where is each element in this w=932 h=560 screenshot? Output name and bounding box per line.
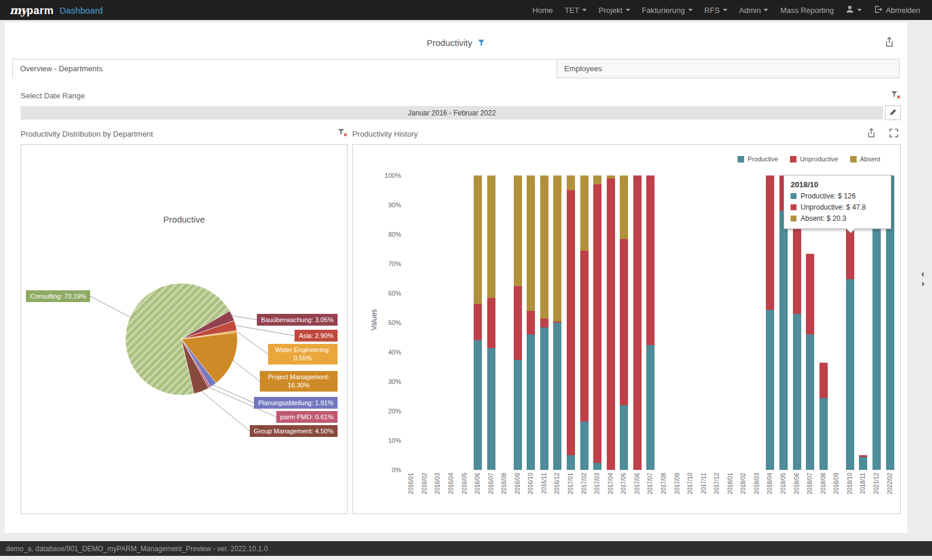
export-icon[interactable] (884, 37, 894, 49)
bar-stack-2017-11[interactable] (700, 175, 708, 470)
bar-segment-unproductive[interactable] (474, 304, 482, 341)
bar-stack-2017-02[interactable] (580, 175, 589, 470)
bar-segment-unproductive[interactable] (527, 311, 535, 334)
bar-segment-unproductive[interactable] (646, 175, 655, 345)
bar-segment-productive[interactable] (593, 463, 601, 470)
bar-column-2017-10: 2017/10 (684, 175, 698, 505)
bar-stack-2018-01[interactable] (726, 175, 735, 470)
nav-item-tet[interactable]: TET (559, 0, 593, 20)
chart-cards: Productive Consulting: 70.19%Bauüberwach… (21, 144, 901, 514)
bar-segment-productive[interactable] (819, 398, 828, 470)
bar-segment-productive[interactable] (806, 334, 814, 470)
bar-segment-productive[interactable] (793, 314, 801, 470)
bar-segment-absent[interactable] (487, 175, 495, 298)
expand-right-icon[interactable]: › (921, 279, 924, 287)
bar-stack-2017-03[interactable] (593, 175, 601, 470)
legend-item-absent[interactable]: Absent (850, 155, 880, 163)
export-icon[interactable] (867, 128, 876, 140)
bar-stack-2017-06[interactable] (633, 175, 642, 470)
bar-segment-productive[interactable] (779, 211, 788, 470)
nav-item-mass-reporting[interactable]: Mass Reporting (774, 0, 840, 20)
bar-stack-2016-07[interactable] (487, 175, 495, 470)
bar-segment-unproductive[interactable] (487, 298, 495, 348)
date-range-input[interactable]: Januar 2016 - Februar 2022 (21, 106, 883, 120)
bar-segment-unproductive[interactable] (593, 184, 601, 463)
bar-segment-absent[interactable] (593, 175, 601, 184)
bar-segment-absent[interactable] (567, 175, 575, 190)
bar-segment-productive[interactable] (766, 310, 774, 470)
bar-stack-2016-11[interactable] (540, 175, 548, 470)
bar-stack-2017-01[interactable] (567, 175, 575, 470)
bar-stack-2017-09[interactable] (673, 175, 682, 470)
nav-item-projekt[interactable]: Projekt (593, 0, 636, 20)
bar-stack-2016-09[interactable] (514, 175, 522, 470)
history-header: Productivity History (352, 129, 901, 139)
bar-segment-productive[interactable] (646, 345, 655, 470)
bar-segment-productive[interactable] (620, 405, 628, 470)
bar-segment-unproductive[interactable] (514, 286, 522, 360)
bar-segment-unproductive[interactable] (580, 251, 589, 422)
edit-date-range-button[interactable] (885, 105, 901, 120)
bar-stack-2017-07[interactable] (646, 175, 655, 470)
bar-stack-2016-02[interactable] (421, 175, 429, 470)
bar-segment-productive[interactable] (567, 455, 575, 470)
bar-segment-unproductive[interactable] (620, 239, 628, 406)
user-menu[interactable] (840, 0, 868, 20)
nav-item-admin[interactable]: Admin (733, 0, 775, 20)
bar-stack-2016-01[interactable] (407, 175, 415, 470)
bar-stack-2016-10[interactable] (527, 175, 535, 470)
bar-segment-absent[interactable] (580, 175, 589, 251)
bar-stack-2017-12[interactable] (713, 175, 721, 470)
date-range-row: Januar 2016 - Februar 2022 (21, 106, 901, 120)
bar-stack-2017-10[interactable] (686, 175, 695, 470)
bar-segment-absent[interactable] (553, 175, 561, 322)
tab-employees[interactable]: Employees (557, 59, 900, 78)
bar-stack-2018-04[interactable] (766, 175, 774, 470)
bar-segment-absent[interactable] (514, 175, 522, 286)
bar-stack-2018-03[interactable] (753, 175, 761, 470)
bar-segment-absent[interactable] (620, 175, 628, 239)
clear-filter-icon[interactable] (338, 128, 348, 140)
filter-funnel-icon[interactable] (477, 39, 485, 49)
bar-segment-productive[interactable] (527, 334, 535, 470)
bar-stack-2016-06[interactable] (474, 175, 482, 470)
tab-overview-departments[interactable]: Overview - Departments (12, 59, 557, 78)
bar-segment-productive[interactable] (580, 422, 589, 470)
bar-segment-unproductive[interactable] (806, 254, 814, 335)
bar-stack-2017-08[interactable] (660, 175, 668, 470)
myparm-logo[interactable]: my parm (9, 4, 54, 17)
bar-stack-2017-05[interactable] (620, 175, 628, 470)
bar-stack-2016-08[interactable] (500, 175, 508, 470)
bar-stack-2018-02[interactable] (739, 175, 748, 470)
collapse-left-icon[interactable]: ‹ (921, 270, 924, 277)
bar-segment-productive[interactable] (553, 323, 561, 470)
bar-stack-2016-05[interactable] (461, 175, 469, 470)
bar-segment-unproductive[interactable] (540, 319, 548, 327)
bar-stack-2016-03[interactable] (434, 175, 442, 470)
bar-stack-2016-12[interactable] (553, 175, 561, 470)
legend-item-unproductive[interactable]: Unproductive (790, 155, 838, 163)
bar-stack-2016-04[interactable] (447, 175, 455, 470)
clear-filter-icon[interactable] (891, 91, 901, 101)
nav-item-rfs[interactable]: RFS (699, 0, 733, 20)
bar-segment-productive[interactable] (514, 360, 522, 470)
fullscreen-icon[interactable] (889, 128, 898, 140)
legend-item-productive[interactable]: Productive (738, 155, 778, 163)
bar-segment-productive[interactable] (859, 457, 867, 470)
bar-segment-productive[interactable] (846, 279, 854, 470)
bar-segment-unproductive[interactable] (567, 190, 575, 455)
bar-segment-absent[interactable] (540, 175, 548, 319)
logout-button[interactable]: Abmelden (868, 0, 926, 20)
bar-segment-unproductive[interactable] (633, 175, 642, 470)
bar-segment-absent[interactable] (527, 175, 535, 311)
bar-segment-unproductive[interactable] (607, 178, 615, 470)
nav-item-fakturierung[interactable]: Fakturierung (636, 0, 699, 20)
bar-segment-absent[interactable] (474, 175, 482, 304)
nav-item-home[interactable]: Home (527, 0, 559, 20)
bar-segment-productive[interactable] (487, 348, 495, 470)
bar-segment-unproductive[interactable] (766, 175, 774, 310)
bar-segment-productive[interactable] (540, 327, 548, 470)
bar-stack-2017-04[interactable] (607, 175, 615, 470)
bar-segment-unproductive[interactable] (819, 363, 828, 398)
bar-segment-productive[interactable] (474, 340, 482, 470)
